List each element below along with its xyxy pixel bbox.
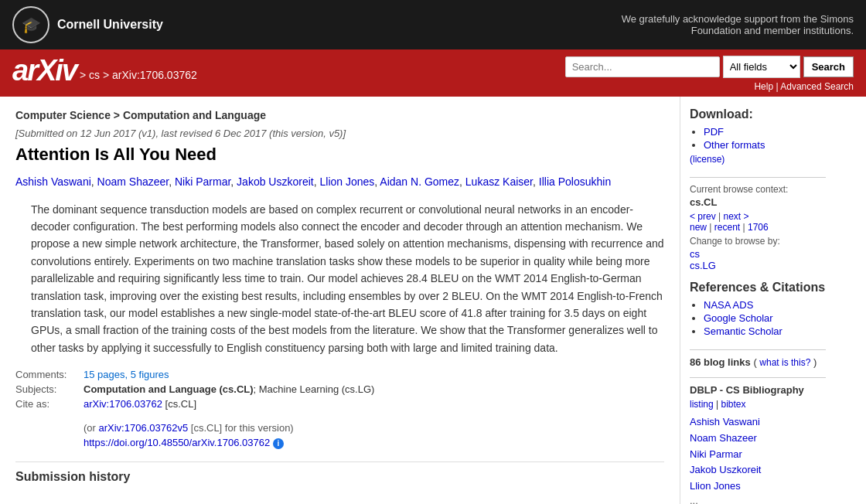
cornell-seal: 🎓 xyxy=(12,6,49,43)
download-heading: Download: xyxy=(690,107,826,121)
pdf-link[interactable]: PDF xyxy=(704,126,724,138)
acknowledgement-text: We gratefully acknowledge support from t… xyxy=(606,13,854,36)
doi-row: https://doi.org/10.48550/arXiv.1706.0376… xyxy=(84,437,664,449)
browse-links: cs cs.LG xyxy=(690,248,826,271)
semantic-scholar-link[interactable]: Semantic Scholar xyxy=(704,325,782,337)
download-section: Download: PDF Other formats (license) xyxy=(690,107,826,165)
main-content: Computer Science > Computation and Langu… xyxy=(0,97,866,504)
university-name: Cornell University xyxy=(57,18,163,32)
breadcrumb-separator: > xyxy=(114,109,123,121)
search-field-select[interactable]: All fields xyxy=(723,56,800,78)
subjects-value: Computation and Language (cs.CL); Machin… xyxy=(84,383,374,395)
google-scholar-item: Google Scholar xyxy=(704,312,826,324)
search-links: Help | Advanced Search xyxy=(754,81,854,92)
dblp-author-shazeer[interactable]: Noam Shazeer xyxy=(690,431,826,447)
what-is-this-link[interactable]: what is this? xyxy=(759,357,810,368)
blog-links-sep2: ) xyxy=(813,356,817,368)
author-shazeer[interactable]: Noam Shazeer xyxy=(97,175,169,188)
browse-label: Current browse context: xyxy=(690,184,826,195)
author-jones[interactable]: Llion Jones xyxy=(319,175,374,188)
advanced-search-link[interactable]: Advanced Search xyxy=(780,81,854,92)
dblp-more: ... xyxy=(690,495,826,504)
submission-date: [Submitted on 12 Jun 2017 (v1), last rev… xyxy=(15,128,664,139)
search-input[interactable] xyxy=(565,56,720,77)
prev-link[interactable]: < prev xyxy=(690,211,716,222)
license-link[interactable]: (license) xyxy=(690,154,725,165)
recent-link[interactable]: recent xyxy=(714,222,740,233)
abstract-text: The dominant sequence transduction model… xyxy=(31,201,664,357)
doi-link[interactable]: https://doi.org/10.48550/arXiv.1706.0376… xyxy=(84,437,270,448)
paper-title: Attention Is All You Need xyxy=(15,144,664,166)
dblp-links: listing | bibtex xyxy=(690,399,826,410)
dblp-author-vaswani[interactable]: Ashish Vaswani xyxy=(690,414,826,431)
download-list: PDF Other formats xyxy=(690,126,826,151)
subjects-label: Subjects: xyxy=(15,383,77,395)
top-banner: 🎓 Cornell University We gratefully ackno… xyxy=(0,0,866,49)
cite-bracket: [cs.CL] xyxy=(165,398,196,410)
arxiv-logo-area: arXiv > cs > arXiv:1706.03762 xyxy=(12,56,197,91)
arxiv-header: arXiv > cs > arXiv:1706.03762 All fields… xyxy=(0,49,866,97)
cl-link[interactable]: Computation and Language xyxy=(123,109,266,121)
submission-history-heading: Submission history xyxy=(15,461,664,484)
cs-browse-link[interactable]: cs xyxy=(690,248,826,260)
cite-as-row: Cite as: arXiv:1706.03762 [cs.CL] xyxy=(15,398,664,410)
browse-number-link[interactable]: 1706 xyxy=(748,222,769,233)
dblp-section: DBLP - CS Bibliography listing | bibtex … xyxy=(690,377,826,504)
cite-extra: (or arXiv:1706.03762v5 [cs.CL] for this … xyxy=(84,422,664,434)
google-scholar-link[interactable]: Google Scholar xyxy=(704,312,773,324)
author-kaiser[interactable]: Lukasz Kaiser xyxy=(465,175,533,188)
arxiv-paper-id: > arXiv:1706.03762 xyxy=(103,69,197,81)
cite-as-value: arXiv:1706.03762 [cs.CL] xyxy=(84,398,196,410)
dblp-author-parmar[interactable]: Niki Parmar xyxy=(690,447,826,463)
arxiv-cite-link[interactable]: arXiv:1706.03762 xyxy=(84,398,162,410)
arxiv-logo: arXiv xyxy=(12,56,77,85)
author-uszkoreit[interactable]: Jakob Uszkoreit xyxy=(237,175,314,188)
blog-links-section: 86 blog links ( what is this? ) xyxy=(690,349,826,368)
arxiv-version-link[interactable]: arXiv:1706.03762v5 xyxy=(99,422,189,434)
bibtex-link[interactable]: bibtex xyxy=(721,399,745,410)
listing-link[interactable]: listing xyxy=(690,399,714,410)
other-formats-item: Other formats xyxy=(704,139,826,151)
new-link[interactable]: new xyxy=(690,222,707,233)
arxiv-x: X xyxy=(37,54,55,87)
cornell-logo: 🎓 Cornell University xyxy=(12,6,163,43)
right-sidebar: Download: PDF Other formats (license) Cu… xyxy=(680,97,835,504)
submission-history-section: Submission history xyxy=(15,461,664,484)
cite-as-label: Cite as: xyxy=(15,398,77,410)
comments-row: Comments: 15 pages, 5 figures xyxy=(15,369,664,380)
search-row: All fields Search xyxy=(565,56,854,78)
subjects-primary: Computation and Language (cs.CL) xyxy=(84,383,254,395)
pdf-item: PDF xyxy=(704,126,826,138)
search-button[interactable]: Search xyxy=(803,56,854,77)
dblp-heading: DBLP - CS Bibliography xyxy=(690,384,826,396)
search-area: All fields Search Help | Advanced Search xyxy=(565,56,854,97)
change-browse-label: Change to browse by: xyxy=(690,236,826,247)
semantic-scholar-item: Semantic Scholar xyxy=(704,325,826,337)
nasa-ads-link[interactable]: NASA ADS xyxy=(704,299,753,311)
doi-info-icon[interactable]: i xyxy=(273,438,284,449)
article-area: Computer Science > Computation and Langu… xyxy=(0,97,680,504)
author-vaswani[interactable]: Ashish Vaswani xyxy=(15,175,91,188)
subjects-row: Subjects: Computation and Language (cs.C… xyxy=(15,383,664,395)
comments-label: Comments: xyxy=(15,369,77,380)
authors-list: Ashish Vaswani, Noam Shazeer, Niki Parma… xyxy=(15,174,664,190)
dblp-author-jones[interactable]: Llion Jones xyxy=(690,478,826,495)
help-link[interactable]: Help xyxy=(754,81,773,92)
author-polosukhin[interactable]: Illia Polosukhin xyxy=(539,175,611,188)
browse-context-value: cs.CL xyxy=(690,196,826,208)
blog-links-sep: ( xyxy=(753,356,756,368)
next-link[interactable]: next > xyxy=(723,211,748,222)
metadata: Comments: 15 pages, 5 figures Subjects: … xyxy=(15,369,664,410)
browse-context-section: Current browse context: cs.CL < prev | n… xyxy=(690,177,826,271)
other-formats-link[interactable]: Other formats xyxy=(704,139,765,151)
cs-link[interactable]: Computer Science xyxy=(15,109,111,121)
refs-heading: References & Citations xyxy=(690,281,826,295)
dblp-authors: Ashish Vaswani Noam Shazeer Niki Parmar … xyxy=(690,414,826,495)
dblp-author-uszkoreit[interactable]: Jakob Uszkoreit xyxy=(690,462,826,478)
arxiv-cs-link[interactable]: > cs xyxy=(80,69,100,81)
author-parmar[interactable]: Niki Parmar xyxy=(175,175,230,188)
author-gomez[interactable]: Aidan N. Gomez xyxy=(380,175,459,188)
blog-links-count: 86 blog links xyxy=(690,356,751,368)
cslg-browse-link[interactable]: cs.LG xyxy=(690,260,826,271)
license-text: (license) xyxy=(690,154,826,165)
